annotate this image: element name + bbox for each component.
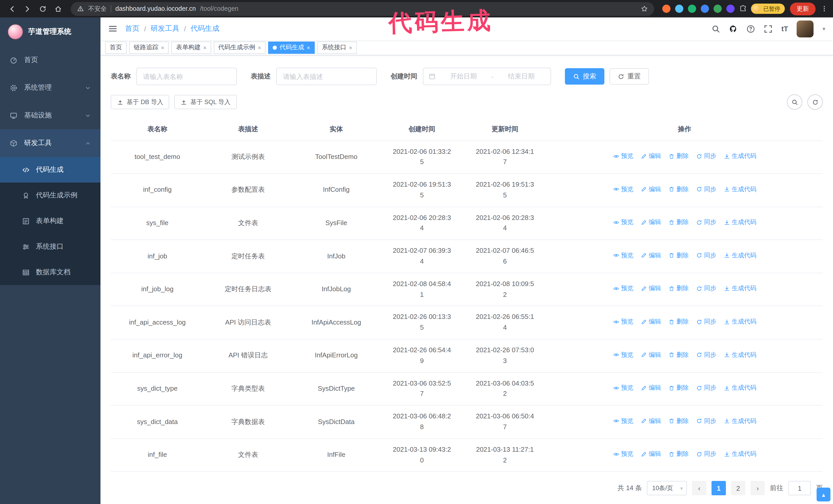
goto-page-input[interactable] <box>788 481 811 496</box>
sidebar-logo[interactable]: 芋道管理系统 <box>0 18 100 46</box>
row-action-preview[interactable]: 预览 <box>613 284 633 293</box>
row-action-delete[interactable]: 删除 <box>668 416 689 426</box>
row-action-edit[interactable]: 编辑 <box>641 251 661 261</box>
search-icon[interactable] <box>712 24 720 33</box>
tag-close-icon[interactable]: × <box>307 44 310 50</box>
row-action-delete[interactable]: 删除 <box>668 383 689 393</box>
row-action-sync[interactable]: 同步 <box>696 151 716 161</box>
search-button[interactable]: 搜索 <box>565 68 604 85</box>
row-action-edit[interactable]: 编辑 <box>641 317 661 327</box>
row-action-sync[interactable]: 同步 <box>696 449 716 459</box>
row-action-preview[interactable]: 预览 <box>613 184 633 194</box>
date-range-picker[interactable]: 开始日期 - 结束日期 <box>423 68 551 85</box>
row-action-generate[interactable]: 生成代码 <box>723 449 756 459</box>
row-action-delete[interactable]: 删除 <box>668 317 689 327</box>
row-action-preview[interactable]: 预览 <box>613 251 633 261</box>
tag-active[interactable]: 代码生成× <box>268 41 315 54</box>
browser-back-button[interactable] <box>5 2 19 16</box>
row-action-preview[interactable]: 预览 <box>613 383 633 393</box>
row-action-generate[interactable]: 生成代码 <box>723 184 756 194</box>
sidebar-item-infra[interactable]: 基础设施 <box>0 101 100 129</box>
tag[interactable]: 表单构建× <box>171 41 211 54</box>
row-action-generate[interactable]: 生成代码 <box>723 218 756 227</box>
browser-forward-button[interactable] <box>21 2 34 16</box>
row-action-sync[interactable]: 同步 <box>696 184 716 194</box>
sidebar-toggle-icon[interactable] <box>108 24 117 33</box>
sidebar-subitem-codegen-example[interactable]: 代码生成示例 <box>0 183 100 208</box>
tag-close-icon[interactable]: × <box>161 44 164 50</box>
bookmark-star-icon[interactable] <box>641 5 648 13</box>
extension-icon-2[interactable] <box>675 5 683 13</box>
tag[interactable]: 首页 <box>105 41 127 54</box>
row-action-preview[interactable]: 预览 <box>613 317 633 327</box>
table-name-input[interactable] <box>136 68 237 85</box>
row-action-preview[interactable]: 预览 <box>613 218 633 227</box>
row-action-edit[interactable]: 编辑 <box>641 449 661 459</box>
reset-button[interactable]: 重置 <box>610 68 649 85</box>
caret-down-icon[interactable]: ▾ <box>823 25 825 32</box>
row-action-sync[interactable]: 同步 <box>696 284 716 293</box>
breadcrumb-group[interactable]: 研发工具 <box>151 24 180 33</box>
browser-home-button[interactable] <box>51 2 65 16</box>
tag[interactable]: 代码生成示例× <box>214 41 266 54</box>
extension-icon-3[interactable] <box>688 5 696 13</box>
row-action-generate[interactable]: 生成代码 <box>723 317 756 327</box>
page-button-2[interactable]: 2 <box>731 481 745 496</box>
row-action-edit[interactable]: 编辑 <box>641 350 661 360</box>
help-icon[interactable] <box>747 24 755 33</box>
row-action-delete[interactable]: 删除 <box>668 251 689 261</box>
profile-paused-badge[interactable]: 已暂停 <box>751 4 785 14</box>
row-action-edit[interactable]: 编辑 <box>641 284 661 293</box>
row-action-generate[interactable]: 生成代码 <box>723 350 756 360</box>
sidebar-subitem-form-builder[interactable]: 表单构建 <box>0 208 100 234</box>
browser-update-button[interactable]: 更新 <box>790 2 815 15</box>
row-action-sync[interactable]: 同步 <box>696 317 716 327</box>
page-size-select[interactable]: 10条/页 ▾ <box>647 481 687 496</box>
row-action-sync[interactable]: 同步 <box>696 416 716 426</box>
browser-reload-button[interactable] <box>36 2 49 16</box>
tag-close-icon[interactable]: × <box>349 44 352 50</box>
row-action-preview[interactable]: 预览 <box>613 350 633 360</box>
extension-icon-1[interactable] <box>662 5 670 13</box>
table-desc-input[interactable] <box>276 68 377 85</box>
row-action-edit[interactable]: 编辑 <box>641 383 661 393</box>
extension-icon-6[interactable] <box>727 5 735 13</box>
import-sql-button[interactable]: 基于 SQL 导入 <box>174 95 237 109</box>
tag-close-icon[interactable]: × <box>203 44 207 50</box>
row-action-generate[interactable]: 生成代码 <box>723 416 756 426</box>
row-action-sync[interactable]: 同步 <box>696 383 716 393</box>
tag-close-icon[interactable]: × <box>258 44 261 50</box>
sidebar-subitem-api[interactable]: 系统接口 <box>0 234 100 259</box>
page-button-1[interactable]: 1 <box>712 481 726 496</box>
next-page-button[interactable]: › <box>751 481 765 496</box>
row-action-edit[interactable]: 编辑 <box>641 184 661 194</box>
extension-icon-4[interactable] <box>701 5 709 13</box>
sidebar-item-system[interactable]: 系统管理 <box>0 74 100 101</box>
user-avatar[interactable] <box>797 20 814 37</box>
sidebar-subitem-codegen[interactable]: 代码生成 <box>0 157 100 183</box>
row-action-sync[interactable]: 同步 <box>696 251 716 261</box>
row-action-generate[interactable]: 生成代码 <box>723 251 756 261</box>
row-action-preview[interactable]: 预览 <box>613 151 633 161</box>
row-action-delete[interactable]: 删除 <box>668 350 689 360</box>
font-size-icon[interactable]: tT <box>782 25 788 33</box>
tag[interactable]: 系统接口× <box>317 41 357 54</box>
row-action-delete[interactable]: 删除 <box>668 151 689 161</box>
fullscreen-icon[interactable] <box>764 24 773 33</box>
row-action-delete[interactable]: 删除 <box>668 184 689 194</box>
sidebar-item-devtools[interactable]: 研发工具 <box>0 129 100 157</box>
prev-page-button[interactable]: ‹ <box>692 481 706 496</box>
breadcrumb-home[interactable]: 首页 <box>125 24 139 33</box>
tag[interactable]: 链路追踪× <box>129 41 169 54</box>
row-action-generate[interactable]: 生成代码 <box>723 151 756 161</box>
row-action-sync[interactable]: 同步 <box>696 350 716 360</box>
sidebar-subitem-db-doc[interactable]: 数据库文档 <box>0 259 100 285</box>
row-action-edit[interactable]: 编辑 <box>641 416 661 426</box>
row-action-sync[interactable]: 同步 <box>696 218 716 227</box>
corner-floating-button[interactable]: ▴ <box>816 487 830 501</box>
row-action-delete[interactable]: 删除 <box>668 449 689 459</box>
row-action-edit[interactable]: 编辑 <box>641 218 661 227</box>
row-action-generate[interactable]: 生成代码 <box>723 284 756 293</box>
extension-icon-5[interactable] <box>714 5 722 13</box>
browser-menu-icon[interactable] <box>821 5 828 13</box>
